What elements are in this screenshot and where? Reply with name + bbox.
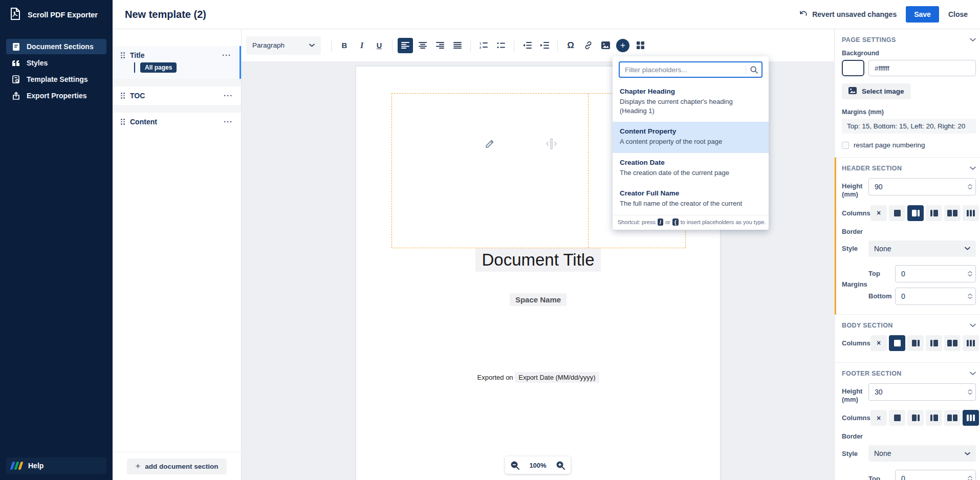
align-left-button[interactable] [398,38,413,53]
image-button[interactable] [598,38,613,53]
header-margin-bottom-input[interactable] [895,288,976,305]
header-height-input[interactable] [868,178,976,195]
columns-none-button[interactable]: × [870,410,887,426]
sidebar-item-label: Template Settings [27,75,88,83]
border-style-select[interactable]: None [868,445,976,462]
sidebar-item-label: Export Properties [27,92,86,100]
filter-placeholders-input[interactable] [620,66,746,74]
k15t-logo-icon [11,462,22,470]
placeholder-item-content-property[interactable]: Content Property A content property of t… [613,122,769,153]
footer-height-input[interactable] [868,383,976,401]
border-style-select[interactable]: None [868,241,976,257]
bullet-list-button[interactable] [493,38,509,53]
columns-none-button[interactable]: × [870,205,887,221]
close-button[interactable]: Close [948,10,968,18]
sidebar-item-document-sections[interactable]: Document Sections [6,39,106,54]
columns-three-button[interactable] [963,335,979,351]
zoom-out-button[interactable] [510,461,520,470]
stepper-icon[interactable] [968,476,972,480]
columns-big-left-button[interactable] [907,410,924,426]
footer-section-settings: FOOTER SECTION Height (mm) Columns × Bor… [835,363,980,480]
align-right-button[interactable] [432,38,448,53]
section-item-title[interactable]: Title ··· All pages [113,46,241,79]
section-menu-button[interactable]: ··· [224,94,233,98]
columns-big-left-button[interactable] [907,205,924,221]
app-title: Scroll PDF Exporter [28,11,98,19]
placeholder-item-creator-full-name[interactable]: Creator Full Name The full name of the c… [613,184,769,215]
sidebar-item-help[interactable]: Help [6,457,106,474]
sidebar-item-export-properties[interactable]: Export Properties [6,88,106,103]
margins-summary-field[interactable]: Top: 15, Bottom: 15, Left: 20, Right: 20 [842,119,976,134]
columns-none-button[interactable]: × [870,335,887,351]
exported-on-line[interactable]: Exported on Export Date (MM/dd/yyyy) [356,374,720,381]
columns-big-right-button[interactable] [926,335,942,351]
select-image-button[interactable]: Select image [842,83,911,99]
columns-big-right-button[interactable] [926,205,942,221]
columns-one-button[interactable] [889,410,905,426]
add-document-section-button[interactable]: + add document section [127,459,226,474]
columns-three-button[interactable] [963,410,979,426]
header-margin-top-input[interactable] [895,265,976,282]
stepper-icon[interactable] [968,293,972,299]
link-button[interactable] [580,38,596,53]
insert-placeholder-button[interactable]: + [615,38,630,53]
placeholder-item-chapter-heading[interactable]: Chapter Heading Displays the current cha… [613,82,769,122]
collapse-chevron-icon[interactable] [970,38,976,42]
columns-big-left-button[interactable] [907,335,924,351]
document-title-placeholder[interactable]: Document Title [356,248,720,272]
revert-unsaved-changes-button[interactable]: Revert unsaved changes [799,10,897,19]
add-section-label: add document section [145,463,218,470]
columns-three-button[interactable] [963,205,979,221]
restart-page-numbering-checkbox[interactable] [842,142,849,149]
columns-two-button[interactable] [944,205,961,221]
columns-two-button[interactable] [944,410,961,426]
section-menu-button[interactable]: ··· [222,53,231,57]
top-bar: New template (2) Revert unsaved changes … [113,0,980,29]
section-item-toc[interactable]: TOC ··· [113,86,241,105]
drag-handle-icon[interactable] [121,52,125,58]
drag-handle-icon[interactable] [121,93,125,99]
column-resize-handle[interactable] [546,138,557,149]
justify-button[interactable] [450,38,465,53]
search-icon[interactable] [746,66,761,74]
columns-label: Columns [842,209,868,217]
columns-one-button[interactable] [889,335,905,351]
background-color-swatch[interactable] [842,60,864,76]
table-button[interactable] [633,38,648,53]
columns-one-button[interactable] [889,205,905,221]
collapse-chevron-icon[interactable] [970,323,976,328]
zoom-in-button[interactable] [556,461,565,470]
toolbar-separator [557,39,558,52]
section-item-content[interactable]: Content ··· [113,113,241,131]
placeholder-item-creation-date[interactable]: Creation Date The creation date of the c… [613,153,769,184]
special-character-button[interactable]: Ω [563,38,578,53]
restart-page-numbering-row[interactable]: restart page numbering [842,141,976,149]
stepper-icon[interactable] [968,389,972,395]
columns-big-right-button[interactable] [926,410,942,426]
sidebar-item-template-settings[interactable]: Template Settings [6,72,106,87]
ordered-list-button[interactable]: 12 [476,38,491,53]
columns-two-button[interactable] [944,335,961,351]
collapse-chevron-icon[interactable] [970,166,976,170]
collapse-chevron-icon[interactable] [970,372,976,376]
underline-button[interactable]: U [372,38,387,53]
paragraph-style-select[interactable]: Paragraph [246,36,321,55]
sidebar-item-styles[interactable]: Styles [6,55,106,71]
bold-button[interactable]: B [337,38,352,53]
space-name-placeholder[interactable]: Space Name [356,293,720,306]
export-date-placeholder[interactable]: Export Date (MM/dd/yyyy) [515,372,599,383]
stepper-icon[interactable] [968,184,972,190]
stepper-icon[interactable] [968,271,972,276]
align-center-button[interactable] [415,38,430,53]
section-menu-button[interactable]: ··· [224,120,233,124]
outdent-button[interactable] [519,38,535,53]
indent-button[interactable] [537,38,552,53]
italic-button[interactable]: I [354,38,369,53]
header-section-settings: HEADER SECTION Height (mm) Columns × Bor… [835,158,980,315]
save-button[interactable]: Save [906,6,939,23]
style-label: Style [842,450,868,457]
drag-handle-icon[interactable] [121,119,125,125]
footer-margin-top-input[interactable] [895,470,976,480]
image-icon [848,87,857,96]
background-color-input[interactable] [868,60,976,76]
